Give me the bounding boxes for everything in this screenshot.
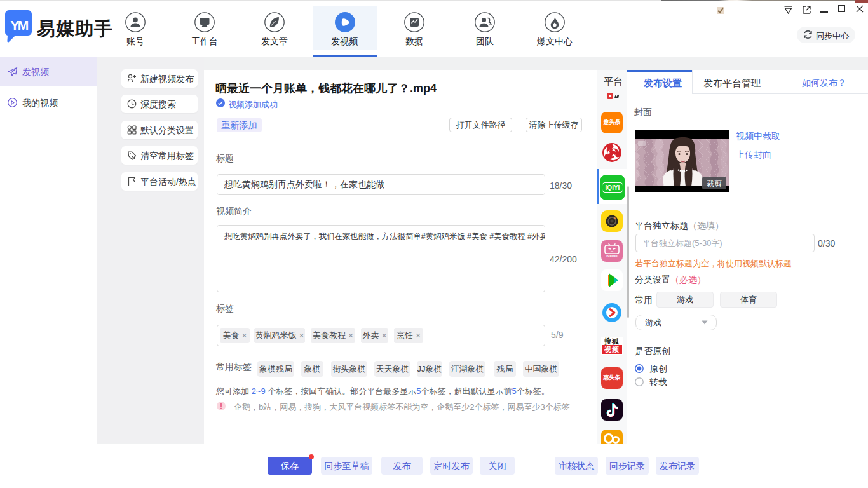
- svg-text:YM: YM: [10, 18, 29, 32]
- svg-text:裁剪: 裁剪: [707, 179, 722, 188]
